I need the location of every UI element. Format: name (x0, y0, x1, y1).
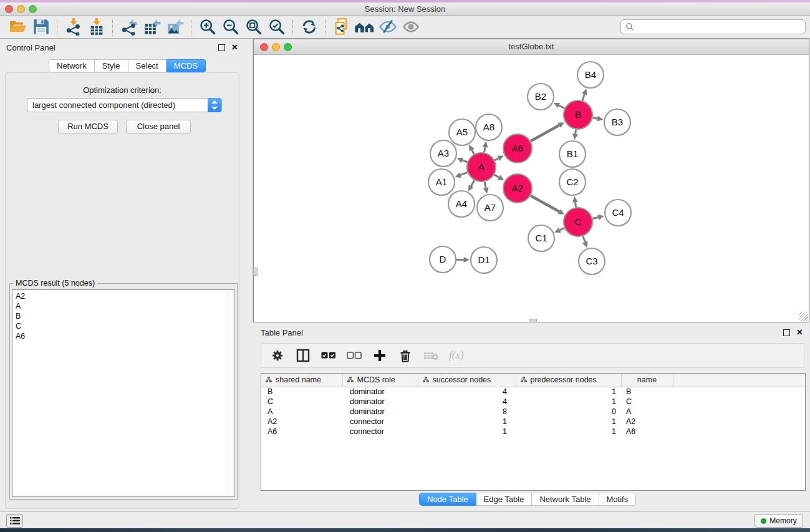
tab-select[interactable]: Select (128, 59, 166, 72)
graph-node-A3[interactable]: A3 (430, 140, 456, 167)
table-cell[interactable]: A6 (261, 427, 342, 437)
float-panel-icon[interactable] (218, 44, 225, 51)
dropdown-stepper-icon[interactable] (208, 98, 221, 112)
mcds-result-list[interactable]: A2ABCA6 (12, 289, 235, 497)
table-cell[interactable]: 1 (418, 427, 516, 437)
graph-edge-A-A7[interactable] (483, 181, 489, 193)
graph-node-B[interactable]: B (564, 100, 592, 129)
table-cell[interactable]: 0 (516, 407, 621, 417)
graph-edge-B-B4[interactable] (582, 89, 587, 100)
table-cell[interactable]: A2 (621, 417, 673, 427)
table-cell[interactable]: dominator (342, 407, 418, 417)
close-panel-button[interactable]: Close panel (126, 120, 191, 133)
search-field[interactable] (620, 19, 806, 34)
table-cell[interactable]: B (621, 387, 673, 397)
graph-node-C2[interactable]: C2 (559, 169, 586, 195)
graph-edge-A-A3[interactable] (457, 158, 468, 163)
table-cell[interactable]: A6 (621, 427, 673, 437)
table-cell[interactable]: 1 (516, 417, 621, 427)
table-settings-button[interactable] (270, 348, 285, 363)
show-columns-button[interactable] (296, 348, 311, 363)
splitter-grip-left[interactable] (253, 268, 258, 276)
export-network-button[interactable] (117, 17, 140, 37)
tab-network[interactable]: Network (49, 59, 95, 72)
graph-edge-B-B1[interactable] (572, 130, 578, 140)
table-cell[interactable]: B (261, 387, 342, 397)
table-cell[interactable]: dominator (342, 387, 418, 397)
table-cell[interactable]: 4 (418, 387, 516, 397)
mcds-list-item[interactable]: C (16, 322, 234, 332)
graph-edge-C-C2[interactable] (572, 196, 578, 207)
show-all-button[interactable] (399, 17, 422, 37)
column-header-predecessor-nodes[interactable]: predecessor nodes (516, 374, 621, 387)
export-image-button[interactable] (163, 17, 186, 37)
open-session-button[interactable] (6, 17, 29, 37)
graph-node-D[interactable]: D (430, 246, 456, 273)
graph-node-B3[interactable]: B3 (604, 109, 630, 135)
column-header-successor-nodes[interactable]: successor nodes (418, 374, 516, 387)
hide-selected-button[interactable] (376, 17, 399, 37)
table-row[interactable]: Adominator80A (261, 407, 805, 417)
graph-node-C1[interactable]: C1 (528, 225, 554, 251)
graph-edge-A-A4[interactable] (468, 180, 475, 191)
table-cell[interactable]: connector (342, 417, 418, 427)
graph-node-A7[interactable]: A7 (477, 195, 503, 221)
mcds-list-item[interactable]: A (16, 302, 234, 312)
column-header-MCDS-role[interactable]: MCDS role (342, 374, 418, 387)
search-input[interactable] (634, 21, 805, 33)
delete-column-button[interactable] (398, 348, 413, 363)
graph-node-C[interactable]: C (564, 208, 592, 236)
graph-node-A4[interactable]: A4 (448, 191, 475, 217)
graph-edge-C-C4[interactable] (592, 215, 604, 220)
column-header-name[interactable]: name (621, 374, 673, 387)
graph-edge-A-A5[interactable] (469, 145, 475, 154)
table-cell[interactable]: A2 (261, 417, 342, 427)
show-panels-button[interactable] (6, 514, 23, 528)
graph-node-A[interactable]: A (467, 153, 496, 181)
memory-button[interactable]: Memory (755, 514, 803, 528)
mcds-list-item[interactable]: B (16, 312, 234, 322)
table-cell[interactable]: 1 (516, 427, 621, 437)
tab-mcds[interactable]: MCDS (166, 59, 206, 72)
graph-node-C3[interactable]: C3 (579, 248, 605, 274)
graph-edge-B-B3[interactable] (593, 115, 604, 121)
list-scrollbar[interactable] (226, 291, 234, 496)
tab-style[interactable]: Style (95, 59, 128, 72)
delete-table-button[interactable] (423, 348, 438, 363)
clone-network-button[interactable] (330, 17, 353, 37)
graph-node-D1[interactable]: D1 (471, 247, 497, 273)
close-panel-icon[interactable]: × (797, 328, 803, 337)
zoom-out-button[interactable] (219, 17, 242, 37)
graph-edge-A-A6[interactable] (494, 155, 503, 160)
select-all-button[interactable] (321, 348, 336, 363)
first-neighbors-button[interactable] (353, 17, 376, 37)
graph-edge-D-D1[interactable] (456, 257, 470, 263)
graph-node-A1[interactable]: A1 (428, 169, 455, 195)
tab-motifs[interactable]: Motifs (599, 493, 637, 506)
graph-edge-A-A1[interactable] (455, 172, 468, 178)
mcds-list-item[interactable]: A2 (16, 292, 234, 302)
table-row[interactable]: A6connector11A6 (261, 427, 805, 437)
export-table-button[interactable] (140, 17, 163, 37)
node-table[interactable]: shared nameMCDS rolesuccessor nodesprede… (261, 373, 806, 491)
zoom-fit-button[interactable] (242, 17, 265, 37)
deselect-all-button[interactable] (347, 348, 362, 363)
create-column-button[interactable] (372, 348, 387, 363)
table-cell[interactable]: 1 (418, 417, 516, 427)
graph-edge-B-B2[interactable] (554, 103, 565, 109)
graph-edge-A-A8[interactable] (482, 142, 488, 153)
graph-node-A5[interactable]: A5 (449, 119, 475, 145)
tab-network-table[interactable]: Network Table (532, 493, 599, 506)
save-session-button[interactable] (29, 17, 52, 37)
table-cell[interactable]: connector (342, 427, 418, 437)
refresh-button[interactable] (297, 17, 321, 37)
graph-node-A2[interactable]: A2 (503, 174, 532, 203)
import-network-button[interactable] (62, 17, 85, 37)
graph-edge-A6-B[interactable] (531, 122, 564, 141)
table-cell[interactable]: C (261, 397, 342, 407)
graph-node-A8[interactable]: A8 (476, 114, 502, 140)
graph-edge-A-A2[interactable] (494, 175, 504, 180)
mcds-list-item[interactable]: A6 (16, 332, 234, 342)
criterion-dropdown[interactable]: largest connected component (directed) (27, 98, 222, 112)
close-panel-icon[interactable]: × (232, 43, 238, 52)
